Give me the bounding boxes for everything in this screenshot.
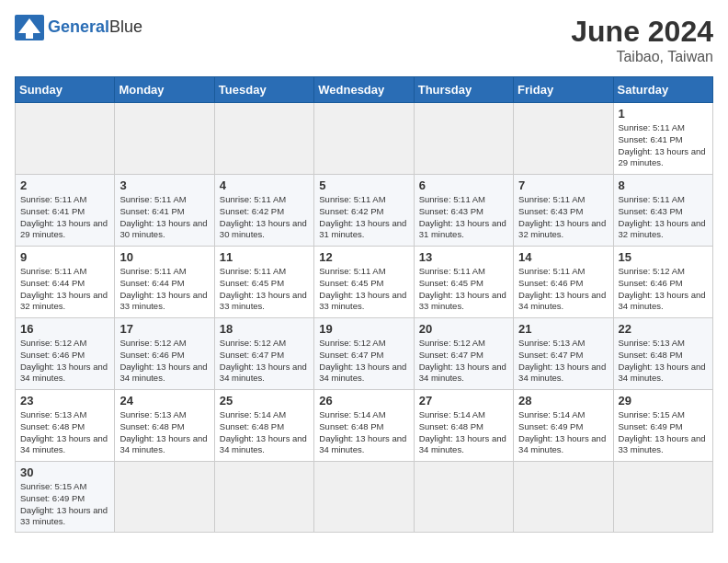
calendar-cell: 6Sunrise: 5:11 AMSunset: 6:43 PMDaylight…: [414, 175, 513, 247]
day-info: Sunrise: 5:13 AMSunset: 6:48 PMDaylight:…: [119, 409, 209, 456]
day-info: Sunrise: 5:11 AMSunset: 6:43 PMDaylight:…: [518, 194, 608, 241]
day-info: Sunrise: 5:15 AMSunset: 6:49 PMDaylight:…: [20, 481, 109, 528]
day-number: 16: [20, 322, 109, 336]
calendar-cell: 7Sunrise: 5:11 AMSunset: 6:43 PMDaylight…: [514, 175, 613, 247]
day-info: Sunrise: 5:14 AMSunset: 6:48 PMDaylight:…: [220, 409, 309, 456]
day-info: Sunrise: 5:11 AMSunset: 6:44 PMDaylight:…: [119, 266, 209, 313]
weekday-header-saturday: Saturday: [613, 77, 712, 103]
calendar-cell: 8Sunrise: 5:11 AMSunset: 6:43 PMDaylight…: [613, 175, 712, 247]
day-info: Sunrise: 5:12 AMSunset: 6:47 PMDaylight:…: [319, 338, 408, 385]
day-number: 21: [518, 322, 608, 336]
title-area: June 2024 Taibao, Taiwan: [571, 15, 713, 65]
calendar-cell: 10Sunrise: 5:11 AMSunset: 6:44 PMDayligh…: [115, 247, 214, 318]
day-number: 2: [20, 178, 109, 192]
calendar-cell: 18Sunrise: 5:12 AMSunset: 6:47 PMDayligh…: [214, 318, 313, 390]
calendar-cell: [115, 462, 214, 533]
calendar-cell: 26Sunrise: 5:14 AMSunset: 6:48 PMDayligh…: [314, 390, 414, 462]
calendar-cell: 29Sunrise: 5:15 AMSunset: 6:49 PMDayligh…: [613, 390, 712, 462]
calendar-cell: [16, 103, 115, 175]
calendar-cell: 21Sunrise: 5:13 AMSunset: 6:47 PMDayligh…: [514, 318, 613, 390]
calendar-week-1: 2Sunrise: 5:11 AMSunset: 6:41 PMDaylight…: [16, 175, 713, 247]
day-number: 10: [119, 250, 209, 264]
day-number: 3: [119, 178, 209, 192]
calendar-cell: 12Sunrise: 5:11 AMSunset: 6:45 PMDayligh…: [314, 247, 414, 318]
calendar-cell: [214, 462, 313, 533]
day-info: Sunrise: 5:12 AMSunset: 6:46 PMDaylight:…: [20, 338, 109, 385]
day-info: Sunrise: 5:13 AMSunset: 6:47 PMDaylight:…: [518, 338, 608, 385]
calendar-cell: 2Sunrise: 5:11 AMSunset: 6:41 PMDaylight…: [16, 175, 115, 247]
calendar-cell: 27Sunrise: 5:14 AMSunset: 6:48 PMDayligh…: [414, 390, 513, 462]
day-number: 27: [419, 394, 508, 408]
day-number: 14: [518, 250, 608, 264]
day-info: Sunrise: 5:11 AMSunset: 6:42 PMDaylight:…: [319, 194, 408, 241]
day-info: Sunrise: 5:14 AMSunset: 6:49 PMDaylight:…: [518, 409, 608, 456]
month-title: June 2024: [571, 15, 713, 49]
calendar-cell: [314, 103, 414, 175]
logo-icon: [15, 15, 44, 40]
calendar-cell: 19Sunrise: 5:12 AMSunset: 6:47 PMDayligh…: [314, 318, 414, 390]
calendar-cell: 11Sunrise: 5:11 AMSunset: 6:45 PMDayligh…: [214, 247, 313, 318]
calendar-cell: [115, 103, 214, 175]
day-number: 18: [220, 322, 309, 336]
day-info: Sunrise: 5:15 AMSunset: 6:49 PMDaylight:…: [619, 409, 708, 456]
calendar-cell: [514, 462, 613, 533]
calendar-cell: [314, 462, 414, 533]
calendar-cell: 9Sunrise: 5:11 AMSunset: 6:44 PMDaylight…: [16, 247, 115, 318]
day-number: 5: [319, 178, 408, 192]
day-number: 12: [319, 250, 408, 264]
calendar-cell: [613, 462, 712, 533]
calendar-week-0: 1Sunrise: 5:11 AMSunset: 6:41 PMDaylight…: [16, 103, 713, 175]
calendar-cell: 15Sunrise: 5:12 AMSunset: 6:46 PMDayligh…: [613, 247, 712, 318]
calendar-week-4: 23Sunrise: 5:13 AMSunset: 6:48 PMDayligh…: [16, 390, 713, 462]
calendar-cell: 3Sunrise: 5:11 AMSunset: 6:41 PMDaylight…: [115, 175, 214, 247]
day-info: Sunrise: 5:11 AMSunset: 6:41 PMDaylight:…: [20, 194, 109, 241]
day-number: 1: [619, 107, 708, 121]
day-info: Sunrise: 5:12 AMSunset: 6:46 PMDaylight:…: [619, 266, 708, 313]
day-info: Sunrise: 5:11 AMSunset: 6:45 PMDaylight:…: [220, 266, 309, 313]
calendar-cell: 20Sunrise: 5:12 AMSunset: 6:47 PMDayligh…: [414, 318, 513, 390]
day-number: 30: [20, 465, 109, 479]
day-number: 4: [220, 178, 309, 192]
logo-text: GeneralBlue: [48, 18, 142, 37]
weekday-header-wednesday: Wednesday: [314, 77, 414, 103]
day-number: 28: [518, 394, 608, 408]
logo-general: General: [48, 17, 109, 36]
day-number: 13: [419, 250, 508, 264]
day-info: Sunrise: 5:14 AMSunset: 6:48 PMDaylight:…: [419, 409, 508, 456]
day-info: Sunrise: 5:11 AMSunset: 6:45 PMDaylight:…: [419, 266, 508, 313]
calendar-cell: 22Sunrise: 5:13 AMSunset: 6:48 PMDayligh…: [613, 318, 712, 390]
day-number: 22: [619, 322, 708, 336]
day-number: 6: [419, 178, 508, 192]
calendar-cell: 4Sunrise: 5:11 AMSunset: 6:42 PMDaylight…: [214, 175, 313, 247]
calendar-cell: 14Sunrise: 5:11 AMSunset: 6:46 PMDayligh…: [514, 247, 613, 318]
day-info: Sunrise: 5:14 AMSunset: 6:48 PMDaylight:…: [319, 409, 408, 456]
weekday-header-tuesday: Tuesday: [214, 77, 313, 103]
day-info: Sunrise: 5:11 AMSunset: 6:41 PMDaylight:…: [619, 122, 708, 169]
day-number: 8: [619, 178, 708, 192]
weekday-header-sunday: Sunday: [16, 77, 115, 103]
calendar-cell: 17Sunrise: 5:12 AMSunset: 6:46 PMDayligh…: [115, 318, 214, 390]
calendar-cell: 30Sunrise: 5:15 AMSunset: 6:49 PMDayligh…: [16, 462, 115, 533]
calendar-week-2: 9Sunrise: 5:11 AMSunset: 6:44 PMDaylight…: [16, 247, 713, 318]
day-number: 19: [319, 322, 408, 336]
page-header: GeneralBlue June 2024 Taibao, Taiwan: [15, 15, 713, 65]
calendar-cell: [414, 462, 513, 533]
calendar-cell: 5Sunrise: 5:11 AMSunset: 6:42 PMDaylight…: [314, 175, 414, 247]
day-info: Sunrise: 5:11 AMSunset: 6:45 PMDaylight:…: [319, 266, 408, 313]
day-number: 9: [20, 250, 109, 264]
day-info: Sunrise: 5:11 AMSunset: 6:46 PMDaylight:…: [518, 266, 608, 313]
day-number: 20: [419, 322, 508, 336]
calendar-cell: [514, 103, 613, 175]
day-info: Sunrise: 5:11 AMSunset: 6:42 PMDaylight:…: [220, 194, 309, 241]
weekday-header-friday: Friday: [514, 77, 613, 103]
day-number: 15: [619, 250, 708, 264]
logo-blue-text: Blue: [109, 17, 142, 36]
day-info: Sunrise: 5:11 AMSunset: 6:43 PMDaylight:…: [419, 194, 508, 241]
calendar-cell: 16Sunrise: 5:12 AMSunset: 6:46 PMDayligh…: [16, 318, 115, 390]
day-number: 26: [319, 394, 408, 408]
weekday-header-row: SundayMondayTuesdayWednesdayThursdayFrid…: [16, 77, 713, 103]
day-info: Sunrise: 5:12 AMSunset: 6:46 PMDaylight:…: [119, 338, 209, 385]
day-number: 23: [20, 394, 109, 408]
calendar-table: SundayMondayTuesdayWednesdayThursdayFrid…: [15, 76, 713, 533]
svg-rect-2: [26, 33, 33, 39]
